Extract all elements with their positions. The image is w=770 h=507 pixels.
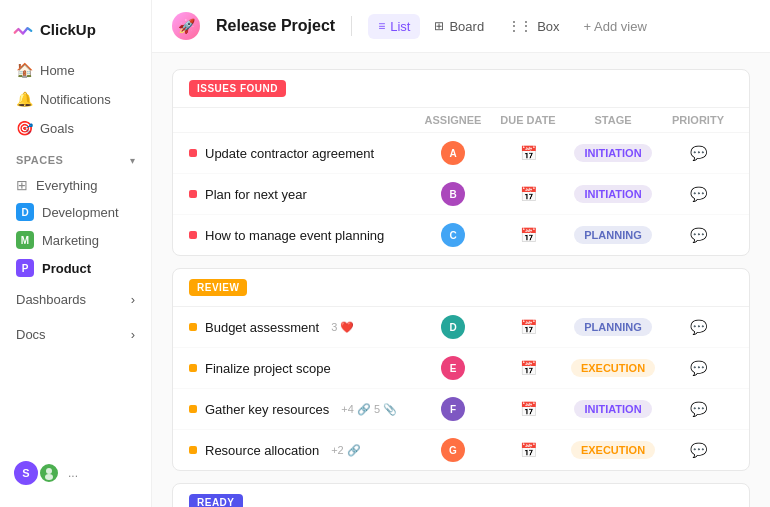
logo[interactable]: ClickUp [0,10,151,56]
table-row[interactable]: Update contractor agreement A 📅 INITIATI… [173,133,749,174]
task-dot [189,323,197,331]
task-dot [189,405,197,413]
task-name: How to manage event planning [189,228,413,243]
section-ready: READY New contractor agreement H 📅 PLANN… [172,483,750,507]
task-stage: INITIATION [563,144,663,162]
sidebar-bottom-dots: ... [68,466,78,480]
section-issues-header: ISSUES FOUND [173,70,749,108]
add-view-label: + Add view [584,19,647,34]
sidebar-item-everything[interactable]: ⊞ Everything [0,172,151,198]
task-priority: 💬 [663,186,733,202]
board-icon: ⊞ [434,19,444,33]
stage-badge: PLANNING [574,318,651,336]
table-header: ASSIGNEE DUE DATE STAGE PRIORITY [173,108,749,133]
sidebar-bottom[interactable]: S ... [0,449,151,497]
task-priority: 💬 [663,442,733,458]
logo-text: ClickUp [40,21,96,38]
task-name: Budget assessment 3 ❤️ [189,320,413,335]
task-dot [189,231,197,239]
product-space-icon: P [16,259,34,277]
section-review: REVIEW Budget assessment 3 ❤️ D 📅 PLANNI… [172,268,750,471]
tab-list-label: List [390,19,410,34]
task-priority: 💬 [663,360,733,376]
table-row[interactable]: Plan for next year B 📅 INITIATION 💬 [173,174,749,215]
home-icon: 🏠 [16,62,32,78]
task-name: Finalize project scope [189,361,413,376]
user-avatar: S [12,459,40,487]
tab-board-label: Board [449,19,484,34]
table-row[interactable]: Resource allocation +2 🔗 G 📅 EXECUTION 💬 [173,430,749,470]
task-dot [189,149,197,157]
marketing-space-icon: M [16,231,34,249]
spaces-header: Spaces ▾ [0,142,151,172]
stage-badge: INITIATION [574,400,651,418]
goals-icon: 🎯 [16,120,32,136]
content-area: ISSUES FOUND ASSIGNEE DUE DATE STAGE PRI… [152,53,770,507]
review-badge: REVIEW [189,279,247,296]
task-assignee: E [413,356,493,380]
task-stage: INITIATION [563,185,663,203]
task-stage: EXECUTION [563,441,663,459]
dashboards-chevron-icon: › [131,292,135,307]
spaces-label: Spaces [16,154,63,166]
tab-list[interactable]: ≡ List [368,14,420,39]
tab-box-label: Box [537,19,559,34]
col-due-date: DUE DATE [493,114,563,126]
stage-badge: PLANNING [574,226,651,244]
sidebar-item-everything-label: Everything [36,178,97,193]
clickup-logo-icon [12,18,34,40]
sidebar: ClickUp 🏠 Home 🔔 Notifications 🎯 Goals S… [0,0,152,507]
table-row[interactable]: How to manage event planning C 📅 PLANNIN… [173,215,749,255]
everything-icon: ⊞ [16,177,28,193]
tab-board[interactable]: ⊞ Board [424,14,494,39]
task-assignee: D [413,315,493,339]
sidebar-item-goals[interactable]: 🎯 Goals [8,114,143,142]
task-name: Update contractor agreement [189,146,413,161]
task-stage: PLANNING [563,318,663,336]
task-assignee: G [413,438,493,462]
sidebar-item-home-label: Home [40,63,75,78]
ready-badge: READY [189,494,243,507]
task-name: Plan for next year [189,187,413,202]
task-assignee: F [413,397,493,421]
add-view-button[interactable]: + Add view [574,14,657,39]
avatar: D [441,315,465,339]
sidebar-nav: 🏠 Home 🔔 Notifications 🎯 Goals [0,56,151,142]
sidebar-item-development[interactable]: D Development [0,198,151,226]
sidebar-item-dashboards[interactable]: Dashboards › [0,282,151,317]
tab-box[interactable]: ⋮⋮ Box [498,14,569,39]
stage-badge: EXECUTION [571,441,655,459]
task-due: 📅 [493,186,563,202]
svg-point-0 [46,468,52,474]
avatar: G [441,438,465,462]
task-extras: 3 ❤️ [331,321,354,334]
task-dot [189,364,197,372]
task-due: 📅 [493,319,563,335]
task-name: Resource allocation +2 🔗 [189,443,413,458]
svg-point-1 [45,474,53,480]
sidebar-item-product[interactable]: P Product [0,254,151,282]
col-priority: PRIORITY [663,114,733,126]
task-stage: PLANNING [563,226,663,244]
table-row[interactable]: Gather key resources +4 🔗 5 📎 F 📅 INITIA… [173,389,749,430]
user-face-icon [42,466,56,480]
sidebar-item-notifications[interactable]: 🔔 Notifications [8,85,143,113]
task-due: 📅 [493,145,563,161]
task-priority: 💬 [663,145,733,161]
sidebar-item-marketing[interactable]: M Marketing [0,226,151,254]
issues-badge: ISSUES FOUND [189,80,286,97]
sidebar-item-development-label: Development [42,205,119,220]
section-review-header: REVIEW [173,269,749,307]
box-icon: ⋮⋮ [508,19,532,33]
docs-label: Docs [16,327,46,342]
sidebar-item-home[interactable]: 🏠 Home [8,56,143,84]
task-due: 📅 [493,227,563,243]
avatar: B [441,182,465,206]
sidebar-item-marketing-label: Marketing [42,233,99,248]
development-space-icon: D [16,203,34,221]
spaces-chevron-icon[interactable]: ▾ [130,155,135,166]
table-row[interactable]: Budget assessment 3 ❤️ D 📅 PLANNING 💬 [173,307,749,348]
task-dot [189,446,197,454]
sidebar-item-docs[interactable]: Docs › [0,317,151,352]
table-row[interactable]: Finalize project scope E 📅 EXECUTION 💬 [173,348,749,389]
